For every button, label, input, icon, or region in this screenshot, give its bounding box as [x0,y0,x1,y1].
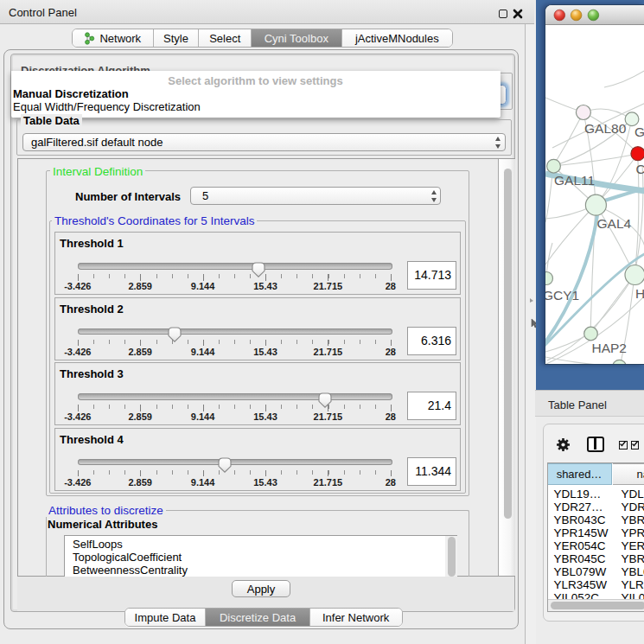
svg-text:CD: CD [636,162,644,176]
svg-text:HS: HS [635,286,644,301]
svg-text:HAP2: HAP2 [592,341,628,355]
svg-text:GCY1: GCY1 [545,288,579,303]
svg-text:GAL4: GAL4 [597,216,632,231]
svg-text:GAL11: GAL11 [554,173,595,188]
svg-text:GAL3: GAL3 [634,124,644,139]
svg-text:GAL80: GAL80 [584,121,627,136]
